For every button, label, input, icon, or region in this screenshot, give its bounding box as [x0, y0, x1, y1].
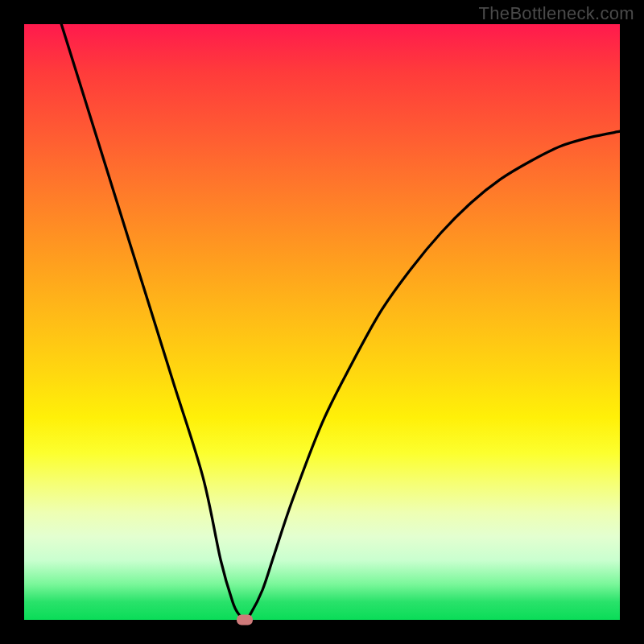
curve-svg	[24, 24, 620, 620]
watermark-text: TheBottleneck.com	[479, 3, 634, 24]
optimum-marker	[237, 615, 253, 625]
plot-area	[24, 24, 620, 620]
bottleneck-curve	[24, 0, 620, 620]
chart-frame: TheBottleneck.com	[0, 0, 644, 644]
